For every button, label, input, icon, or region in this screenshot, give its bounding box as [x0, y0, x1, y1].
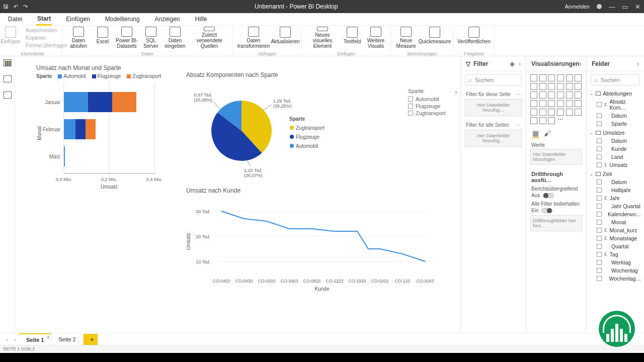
drillthrough-dropzone[interactable]: Drillthroughfelder hier hinz… — [530, 215, 582, 231]
report-view-icon[interactable] — [4, 59, 12, 66]
menu-file[interactable]: Datei — [7, 14, 23, 25]
field-item[interactable]: Halbjahr — [587, 186, 644, 194]
field-item[interactable]: Werktag — [587, 258, 644, 266]
more-icon[interactable]: ⋯ — [516, 122, 521, 128]
viz-type-icon[interactable] — [575, 83, 582, 90]
field-item[interactable]: Datum — [587, 178, 644, 186]
collapse-icon[interactable]: › — [637, 60, 639, 67]
viz-type-icon[interactable] — [539, 109, 546, 116]
viz-type-icon[interactable] — [575, 92, 582, 99]
viz-type-icon[interactable] — [566, 109, 573, 116]
add-page-button[interactable]: + — [84, 334, 98, 345]
viz-type-icon[interactable] — [548, 92, 555, 99]
field-table[interactable]: ⌄Umsätze — [587, 128, 644, 137]
menu-model[interactable]: Modellierung — [104, 14, 141, 25]
transform-data-button[interactable]: Daten transformieren — [236, 27, 271, 49]
crossreport-toggle[interactable] — [543, 193, 554, 198]
close-tab-icon[interactable]: × — [47, 335, 49, 340]
viz-type-icon[interactable] — [566, 92, 573, 99]
collapse-icon[interactable]: › — [580, 60, 582, 67]
slicer-option[interactable]: Automobil — [408, 96, 458, 103]
sparte-slicer[interactable]: Sparte⌄ Automobil Flugzeuge Zugtransport — [408, 86, 458, 117]
field-item[interactable]: ΣMonatstage — [587, 234, 644, 242]
field-item[interactable]: Kunde — [587, 145, 644, 153]
format-tab-icon[interactable]: 🖌 — [544, 129, 551, 138]
model-view-icon[interactable] — [4, 92, 12, 99]
more-icon[interactable]: ⋯ — [516, 92, 521, 97]
viz-type-icon[interactable] — [539, 117, 546, 124]
sql-server-button[interactable]: SQL Server — [141, 27, 161, 49]
report-canvas[interactable]: Umsatz nach Monat und Sparte Sparte Auto… — [15, 56, 460, 340]
new-visual-button[interactable]: Neues visuelles Element — [305, 27, 340, 49]
enter-data-button[interactable]: Daten eingeben — [162, 27, 188, 49]
viz-type-icon[interactable] — [575, 100, 582, 107]
page-tab-2[interactable]: Seite 2 — [51, 334, 83, 345]
new-measure-button[interactable]: Neue Measure — [394, 27, 418, 49]
field-item[interactable]: ΣUmsatz — [587, 161, 644, 169]
viz-type-icon[interactable] — [566, 100, 573, 107]
menu-start[interactable]: Start — [36, 13, 52, 26]
chevron-down-icon[interactable]: ⌄ — [454, 88, 458, 94]
viz-type-icon[interactable] — [548, 117, 555, 124]
viz-type-icon[interactable] — [530, 83, 537, 90]
viz-type-icon[interactable] — [557, 109, 564, 116]
viz-type-icon[interactable] — [548, 83, 555, 90]
slicer-option[interactable]: Zugtransport — [408, 110, 458, 117]
viz-type-icon[interactable] — [530, 92, 537, 99]
field-item[interactable]: Datum — [587, 112, 644, 120]
undo-icon[interactable]: ↶ — [14, 4, 18, 10]
field-item[interactable]: Datum — [587, 137, 644, 145]
more-visuals-icon[interactable] — [557, 117, 564, 124]
fields-tab-icon[interactable]: ▦ — [532, 129, 539, 138]
get-data-button[interactable]: Daten abrufen — [65, 27, 92, 49]
field-item[interactable]: Wochentag — [587, 266, 644, 275]
publish-button[interactable]: Veröffentlichen — [457, 27, 491, 49]
recent-sources-button[interactable]: Zuletzt verwendete Quellen — [189, 27, 229, 49]
save-icon[interactable]: 🖫 — [3, 4, 9, 10]
data-view-icon[interactable] — [4, 75, 12, 82]
field-item[interactable]: Sparte — [587, 120, 644, 128]
filter-search-input[interactable]: ⌕Suchen — [465, 74, 522, 85]
viz-type-icon[interactable] — [548, 100, 555, 107]
viz-type-icon[interactable] — [539, 100, 546, 107]
viz-type-icon[interactable] — [530, 109, 537, 116]
refresh-button[interactable]: Aktualisieren — [272, 27, 298, 49]
page-filter-dropzone[interactable]: Hier Datenfelder hinzufüg… — [465, 99, 522, 116]
quick-measure-button[interactable]: Quickmeasure — [419, 27, 450, 49]
viz-type-icon[interactable] — [548, 74, 555, 81]
field-item[interactable]: Land — [587, 153, 644, 161]
viz-type-icon[interactable] — [539, 74, 546, 81]
slicer-option[interactable]: Flugzeuge — [408, 103, 458, 110]
fields-search-input[interactable]: ⌕Suchen — [591, 74, 640, 85]
menu-view[interactable]: Anzeigen — [153, 14, 181, 25]
close-icon[interactable]: ✕ — [635, 3, 641, 11]
textbox-button[interactable]: Textfeld — [341, 27, 363, 49]
sign-in-link[interactable]: Anmelden — [565, 4, 590, 10]
field-item[interactable]: Kalenderwo… — [587, 210, 644, 218]
viz-type-icon[interactable] — [566, 74, 573, 81]
line-chart-visual[interactable]: Umsatz nach Kunde 30 Tsd. 20 Tsd. 10 Tsd… — [186, 187, 448, 303]
collapse-icon[interactable]: › — [519, 60, 521, 67]
user-avatar-icon[interactable] — [597, 4, 602, 9]
minimize-icon[interactable]: — — [609, 3, 615, 11]
field-item[interactable]: ΣMonat_kurz — [587, 226, 644, 234]
keep-filters-toggle[interactable] — [541, 208, 552, 213]
menu-insert[interactable]: Einfügen — [65, 14, 91, 25]
viz-type-icon[interactable] — [539, 83, 546, 90]
values-dropzone[interactable]: Hier Datenfelder hinzufügen — [530, 149, 582, 165]
viz-type-icon[interactable] — [530, 100, 537, 107]
viz-type-icon[interactable] — [557, 92, 564, 99]
more-visuals-button[interactable]: Weitere Visuals — [364, 27, 387, 49]
viz-type-icon[interactable] — [539, 92, 546, 99]
viz-type-icon[interactable] — [566, 83, 573, 90]
prev-page-icon[interactable]: ‹ — [3, 336, 11, 342]
menu-help[interactable]: Hilfe — [194, 14, 208, 25]
field-item[interactable]: ΣAbsatz Kom… — [587, 98, 644, 112]
viz-type-icon[interactable] — [557, 100, 564, 107]
field-table[interactable]: ⌄Abteilungen — [587, 88, 644, 98]
viz-type-icon[interactable] — [530, 117, 537, 124]
eye-icon[interactable]: ◉ — [510, 60, 515, 67]
redo-icon[interactable]: ↷ — [23, 4, 28, 10]
viz-type-icon[interactable] — [575, 74, 582, 81]
viz-type-icon[interactable] — [575, 109, 582, 116]
